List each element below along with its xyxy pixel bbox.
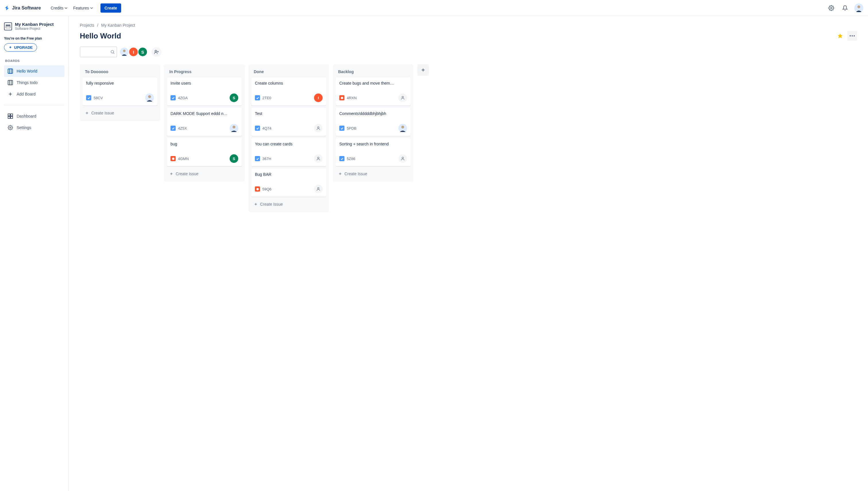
issue-card[interactable]: Test 4Q74 <box>251 108 326 136</box>
column-title[interactable]: To Doooooo <box>83 68 157 78</box>
issue-card[interactable]: Create columns 2TE0 I <box>251 78 326 106</box>
issue-card[interactable]: Create bugs and move them… 4RXN <box>336 78 410 106</box>
issue-card[interactable]: Comments!dddddbhjbhjbh 5PDB <box>336 108 410 136</box>
assignee-avatar[interactable]: S <box>229 93 238 102</box>
star-icon <box>837 33 843 39</box>
svg-point-2 <box>858 5 860 8</box>
create-issue-button[interactable]: Create Issue <box>167 169 242 179</box>
more-actions-button[interactable] <box>847 31 857 41</box>
people-filter: IS <box>120 47 147 57</box>
card-key: 367H <box>262 156 271 161</box>
task-icon <box>339 126 345 131</box>
card-key: 4Z5X <box>178 126 187 131</box>
task-icon <box>86 95 91 100</box>
top-nav: Jira Software CreditsFeatures Create <box>0 0 868 16</box>
task-icon <box>170 95 176 100</box>
sidebar-link-label: Settings <box>17 125 31 130</box>
people-avatar[interactable] <box>119 47 129 57</box>
svg-point-21 <box>853 35 855 36</box>
sidebar-link-settings[interactable]: Settings <box>4 122 64 133</box>
issue-card[interactable]: Sorting + search in frontend 5Z86 <box>336 138 410 166</box>
project-subtitle: Software Project <box>15 27 54 31</box>
chevron-down-icon <box>90 7 93 9</box>
issue-card[interactable]: You can create cards 367H <box>251 138 326 166</box>
column-title[interactable]: Backlog <box>336 68 410 78</box>
card-key: 4RXN <box>347 96 357 100</box>
add-people-button[interactable] <box>152 47 161 57</box>
project-title: My Kanban Project <box>15 22 54 27</box>
task-icon <box>255 95 260 100</box>
nav-item-features[interactable]: Features <box>70 4 96 12</box>
create-button[interactable]: Create <box>101 3 121 12</box>
people-avatar[interactable]: I <box>129 47 138 57</box>
issue-card[interactable]: DARK MODE Support eddd n… 4Z5X <box>167 108 242 136</box>
column-title[interactable]: Done <box>251 68 326 78</box>
create-issue-label: Create Issue <box>91 111 114 115</box>
column: In Progress Invite users 4ZGA S DARK MOD… <box>164 64 245 182</box>
column: To Doooooo fully responsive 58CV Create … <box>80 64 160 121</box>
card-title: bug <box>170 142 238 146</box>
svg-rect-14 <box>10 114 12 116</box>
board-item[interactable]: Things todo <box>4 77 64 88</box>
issue-card[interactable]: bug 4GMN S <box>167 138 242 166</box>
board-icon <box>7 80 13 85</box>
assignee-avatar[interactable] <box>229 124 238 133</box>
svg-point-19 <box>850 35 851 36</box>
gear-icon <box>829 5 834 11</box>
board-icon <box>7 68 13 74</box>
add-column-button[interactable] <box>417 64 429 76</box>
svg-point-22 <box>111 51 114 53</box>
project-header[interactable]: My Kanban Project Software Project <box>4 22 64 31</box>
user-avatar[interactable] <box>854 3 863 12</box>
issue-card[interactable]: fully responsive 58CV <box>83 78 157 106</box>
upgrade-button[interactable]: UPGRADE <box>4 43 37 52</box>
create-issue-button[interactable]: Create Issue <box>83 108 157 118</box>
svg-marker-18 <box>838 34 843 38</box>
breadcrumb: Projects / My Kanban Project <box>80 23 857 28</box>
column-title[interactable]: In Progress <box>167 68 242 78</box>
notifications-button[interactable] <box>840 3 850 12</box>
add-board-button[interactable]: Add Board <box>4 88 64 100</box>
board-item[interactable]: Hello World <box>4 65 64 77</box>
add-board-label: Add Board <box>17 92 35 96</box>
issue-card[interactable]: Bug BAR 59Q6 <box>251 169 326 197</box>
issue-card[interactable]: Invite users 4ZGA S <box>167 78 242 106</box>
card-title: Sorting + search in frontend <box>339 142 407 146</box>
svg-point-34 <box>233 126 235 128</box>
sidebar-link-dashboard[interactable]: Dashboard <box>4 110 64 122</box>
assignee-unassigned[interactable] <box>399 93 407 102</box>
card-key: 58CV <box>93 96 103 100</box>
nav-item-credits[interactable]: Credits <box>48 4 70 12</box>
column: Backlog Create bugs and move them… 4RXN … <box>333 64 413 182</box>
assignee-avatar[interactable] <box>145 93 154 102</box>
svg-line-23 <box>113 53 114 54</box>
svg-point-38 <box>318 127 319 128</box>
svg-point-47 <box>401 126 404 128</box>
more-icon <box>850 35 855 36</box>
create-issue-button[interactable]: Create Issue <box>336 169 410 179</box>
assignee-avatar[interactable]: I <box>314 93 323 102</box>
sidebar: My Kanban Project Software Project You'r… <box>0 16 69 491</box>
card-key: 4Q74 <box>262 126 272 131</box>
assignee-unassigned[interactable] <box>314 154 323 163</box>
assignee-unassigned[interactable] <box>314 124 323 133</box>
assignee-unassigned[interactable] <box>314 185 323 193</box>
settings-button[interactable] <box>827 3 836 12</box>
product-logo[interactable]: Jira Software <box>5 5 41 11</box>
breadcrumb-root[interactable]: Projects <box>80 23 94 28</box>
card-key: 4GMN <box>178 156 189 161</box>
assignee-unassigned[interactable] <box>399 154 407 163</box>
assignee-avatar[interactable]: S <box>229 154 238 163</box>
people-avatar[interactable]: S <box>138 47 147 57</box>
card-key: 5Z86 <box>347 156 355 161</box>
plan-label: You're on the Free plan <box>4 36 64 40</box>
svg-point-35 <box>172 157 174 160</box>
bell-icon <box>842 5 848 11</box>
assignee-avatar[interactable] <box>399 124 407 133</box>
breadcrumb-current: My Kanban Project <box>101 23 135 28</box>
star-button[interactable] <box>835 31 845 41</box>
plus-icon <box>254 202 258 206</box>
project-icon <box>4 22 12 30</box>
create-issue-button[interactable]: Create Issue <box>251 199 326 209</box>
bug-icon <box>170 156 176 161</box>
